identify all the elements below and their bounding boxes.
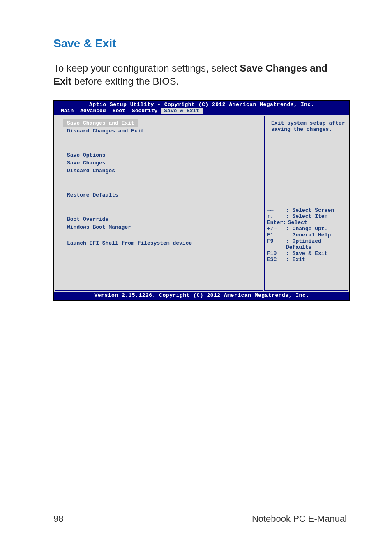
- header-save-options: Save Options: [67, 151, 256, 159]
- key-esc: ESC: Exit: [267, 257, 346, 263]
- key-f1: F1: General Help: [267, 232, 346, 238]
- key-f9: F9: Optimized Defaults: [267, 238, 346, 250]
- item-discard-changes[interactable]: Discard Changes: [67, 167, 256, 175]
- tab-security[interactable]: Security: [129, 108, 161, 114]
- body-suffix: before exiting the BIOS.: [71, 76, 179, 87]
- bios-help-text: Exit system setup after saving the chang…: [267, 119, 346, 133]
- page-footer: 98 Notebook PC E-Manual: [53, 510, 347, 524]
- body-paragraph: To keep your configuration settings, sel…: [53, 62, 347, 88]
- tab-main[interactable]: Main: [58, 108, 77, 114]
- page-number: 98: [53, 514, 63, 524]
- item-save-changes[interactable]: Save Changes: [67, 159, 256, 167]
- key-f10: F10: Save & Exit: [267, 250, 346, 257]
- bios-title: Aptio Setup Utility - Copyright (C) 2012…: [54, 101, 349, 108]
- key-plus-minus: +/—: Change Opt.: [267, 226, 346, 232]
- section-heading: Save & Exit: [53, 37, 347, 50]
- key-up-down: ↑↓: Select Item: [267, 213, 346, 220]
- doc-title: Notebook PC E-Manual: [252, 514, 347, 524]
- header-boot-override: Boot Override: [67, 215, 256, 223]
- bios-left-pane: Save Changes and Exit Discard Changes an…: [55, 116, 263, 291]
- item-restore-defaults[interactable]: Restore Defaults: [67, 191, 256, 199]
- tab-boot[interactable]: Boot: [109, 108, 129, 114]
- item-windows-boot-manager[interactable]: Windows Boot Manager: [67, 223, 256, 231]
- bios-tabbar: Main Advanced Boot Security Save & Exit: [54, 108, 349, 115]
- key-left-right: →←: Select Screen: [267, 207, 346, 213]
- item-discard-changes-exit[interactable]: Discard Changes and Exit: [67, 127, 256, 135]
- body-prefix: To keep your configuration settings, sel…: [53, 62, 240, 74]
- key-enter: Enter:Select: [267, 220, 346, 226]
- tab-advanced[interactable]: Advanced: [77, 108, 109, 114]
- bios-footer: Version 2.15.1226. Copyright (C) 2012 Am…: [54, 292, 349, 300]
- bios-right-pane: Exit system setup after saving the chang…: [264, 116, 348, 291]
- bios-screenshot: Aptio Setup Utility - Copyright (C) 2012…: [53, 100, 350, 301]
- tab-save-exit[interactable]: Save & Exit: [161, 108, 203, 114]
- item-launch-efi-shell[interactable]: Launch EFI Shell from filesystem device: [67, 239, 256, 247]
- item-save-changes-exit[interactable]: Save Changes and Exit: [63, 119, 138, 127]
